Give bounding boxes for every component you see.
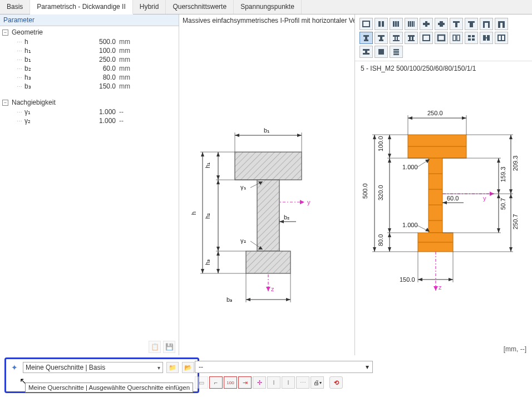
svg-marker-35 — [216, 269, 220, 273]
tab-hybrid[interactable]: Hybrid — [133, 0, 166, 14]
shape-btn[interactable] — [420, 18, 433, 30]
svg-rect-10 — [246, 251, 290, 273]
shape-btn[interactable] — [435, 18, 448, 30]
shape-btn[interactable] — [480, 18, 493, 30]
svg-rect-76 — [498, 21, 505, 23]
toolbar-btn-i2[interactable]: I — [282, 376, 295, 389]
shape-btn[interactable] — [420, 32, 433, 44]
svg-rect-101 — [483, 38, 486, 41]
svg-rect-109 — [378, 49, 384, 55]
toolbar-btn-print[interactable]: 🖨▾ — [311, 376, 324, 389]
svg-text:1.000: 1.000 — [402, 164, 418, 170]
shape-btn[interactable] — [495, 18, 508, 30]
svg-marker-148 — [388, 228, 391, 233]
shape-btn[interactable] — [480, 32, 493, 44]
new-folder-button[interactable]: 📁 — [166, 362, 179, 373]
svg-marker-183 — [497, 194, 500, 198]
svg-marker-29 — [216, 180, 220, 184]
unit-select[interactable]: -- ▾ — [195, 361, 373, 373]
group-flex-header[interactable]: − Nachgiebigkeit — [0, 97, 179, 107]
svg-rect-107 — [365, 51, 367, 53]
shape-btn[interactable] — [405, 32, 418, 44]
param-row: ⋯h500.0mm — [0, 37, 179, 46]
shape-btn[interactable] — [465, 18, 478, 30]
collapse-icon[interactable]: − — [2, 100, 8, 106]
svg-rect-95 — [468, 35, 471, 37]
copy-icon: 📋 — [149, 341, 161, 353]
tab-parametric[interactable]: Parametrisch - Dickwandige II — [30, 0, 132, 14]
svg-rect-98 — [472, 38, 475, 41]
toolbar-btn-l[interactable]: ⌐ — [209, 376, 223, 389]
preview-diagram: y z 250.0 5 — [355, 73, 531, 313]
svg-rect-94 — [457, 35, 460, 41]
shape-btn[interactable] — [375, 32, 388, 44]
svg-marker-143 — [388, 154, 391, 158]
schematic-title: Massives einfachsymmetrisches I-Profil m… — [179, 14, 354, 27]
shape-btn[interactable] — [465, 32, 478, 44]
shape-btn[interactable] — [495, 32, 508, 44]
favorites-combo-label: Meine Querschnitte | Basis — [26, 364, 105, 371]
svg-text:z: z — [439, 284, 442, 291]
parameter-panel: Parameter − Geometrie ⋯h500.0mm ⋯h₁100.0… — [0, 14, 179, 355]
shape-btn[interactable] — [405, 18, 418, 30]
shape-btn[interactable] — [435, 32, 448, 44]
shape-btn[interactable] — [375, 46, 388, 58]
add-folder-button[interactable]: 📂 — [182, 362, 194, 373]
svg-marker-152 — [388, 233, 391, 237]
svg-rect-110 — [393, 49, 399, 50]
svg-marker-50 — [246, 298, 250, 301]
shape-btn[interactable] — [390, 32, 403, 44]
toolbar-btn-i1[interactable]: I — [267, 376, 280, 389]
toolbar-btn-section: ▭ — [195, 376, 208, 389]
shape-btn[interactable] — [390, 18, 403, 30]
svg-marker-25 — [216, 175, 220, 180]
svg-marker-118 — [434, 286, 438, 291]
tab-section-values[interactable]: Querschnittswerte — [166, 0, 234, 14]
chevron-down-icon: ▾ — [157, 365, 160, 371]
param-row: ⋯b₁250.0mm — [0, 55, 179, 64]
svg-marker-147 — [388, 158, 391, 163]
shape-btn[interactable] — [450, 18, 463, 30]
svg-marker-168 — [449, 278, 453, 281]
svg-rect-53 — [363, 21, 370, 27]
group-geometry-header[interactable]: − Geometrie — [0, 27, 179, 37]
svg-rect-8 — [235, 152, 302, 180]
toolbar-btn-axes[interactable]: ✢ — [253, 376, 266, 389]
favorite-star-icon[interactable]: ✦ — [9, 362, 19, 373]
svg-rect-92 — [438, 35, 445, 41]
collapse-icon[interactable]: − — [2, 30, 8, 36]
units-label: [mm, --] — [504, 345, 526, 353]
svg-marker-138 — [373, 135, 376, 139]
svg-rect-58 — [397, 21, 399, 27]
toolbar-btn-dim[interactable]: 100 — [224, 376, 237, 389]
shape-btn[interactable] — [390, 46, 403, 58]
favorites-combo[interactable]: Meine Querschnitte | Basis ▾ — [23, 362, 163, 373]
svg-rect-68 — [455, 23, 457, 27]
svg-marker-51 — [286, 298, 290, 301]
svg-rect-96 — [472, 35, 475, 37]
tab-basis[interactable]: Basis — [0, 0, 30, 14]
group-flex-label: Nachgiebigkeit — [12, 99, 56, 106]
svg-rect-56 — [393, 21, 395, 27]
shape-btn[interactable] — [450, 32, 463, 44]
svg-rect-87 — [408, 35, 415, 37]
bottom-right-toolbar-area: -- ▾ ▭ ⌐ 100 ⇥ ✢ I I ⋯ 🖨▾ ⟲ — [199, 357, 528, 393]
shape-btn[interactable] — [359, 18, 373, 30]
shape-btn[interactable] — [359, 46, 373, 58]
svg-marker-178 — [497, 158, 500, 163]
toolbar-btn-reset[interactable]: ⟲ — [329, 376, 343, 389]
svg-rect-73 — [483, 21, 490, 23]
toolbar-btn-more[interactable]: ⋯ — [296, 376, 309, 389]
shape-btn[interactable] — [375, 18, 388, 30]
shape-btn-selected[interactable] — [359, 32, 373, 44]
svg-rect-100 — [487, 35, 490, 37]
tab-stress-points[interactable]: Spannungspunkte — [234, 0, 302, 14]
svg-text:h₂: h₂ — [204, 213, 211, 219]
svg-rect-122 — [428, 158, 442, 233]
svg-marker-15 — [297, 134, 302, 137]
svg-text:60.0: 60.0 — [447, 195, 459, 202]
svg-text:h₃: h₃ — [204, 259, 211, 265]
svg-text:250.0: 250.0 — [427, 110, 443, 116]
svg-text:320.0: 320.0 — [377, 185, 384, 200]
toolbar-btn-arrow[interactable]: ⇥ — [238, 376, 252, 389]
